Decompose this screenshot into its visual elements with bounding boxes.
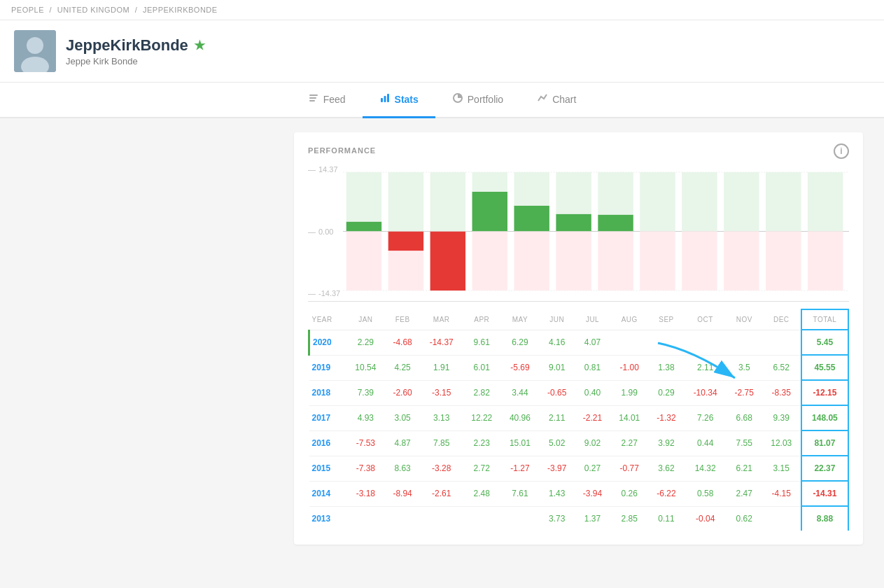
breadcrumb-user[interactable]: JEPPEKIRKBONDE (143, 6, 218, 14)
y-label-bot-dash: — (308, 289, 316, 298)
username-text: JeppeKirkBonde (66, 36, 188, 55)
svg-rect-16 (388, 232, 423, 251)
cell-nov: 0.62 (727, 506, 762, 531)
breadcrumb-uk[interactable]: UNITED KINGDOM (57, 6, 130, 14)
table-header-row: YEAR JAN FEB MAR APR MAY JUN JUL AUG SEP… (309, 309, 849, 330)
cell-jun: 4.16 (539, 330, 575, 355)
cell-oct: -10.34 (684, 380, 726, 405)
avatar (14, 30, 56, 72)
col-total: TOTAL (801, 309, 848, 330)
table-row: 20133.731.372.850.11-0.040.628.88 (309, 506, 849, 531)
col-dec: DEC (762, 309, 801, 330)
cell-sep: 0.11 (649, 506, 685, 531)
svg-rect-36 (682, 232, 717, 291)
cell-dec: 9.39 (762, 405, 801, 430)
svg-rect-38 (724, 232, 759, 291)
cell-may: 7.61 (501, 481, 540, 506)
cell-nov (727, 330, 762, 355)
cell-year[interactable]: 2013 (309, 506, 347, 531)
y-axis-labels: — 14.37 — 0.00 — -14.37 (308, 162, 339, 301)
cell-mar: 7.85 (421, 430, 463, 456)
svg-rect-28 (556, 172, 591, 214)
breadcrumb-people[interactable]: PEOPLE (11, 6, 44, 14)
breadcrumb: PEOPLE / UNITED KINGDOM / JEPPEKIRKBONDE (0, 0, 884, 20)
cell-dec (762, 330, 801, 355)
cell-total: 45.55 (801, 355, 848, 380)
stats-icon (379, 92, 391, 106)
cell-nov: 6.68 (727, 405, 762, 430)
tab-stats[interactable]: Stats (363, 83, 435, 118)
profile-name-block: JeppeKirkBonde ★ Jeppe Kirk Bonde (66, 36, 205, 66)
col-aug: AUG (610, 309, 649, 330)
svg-rect-8 (387, 94, 389, 102)
cell-total: 81.07 (801, 430, 848, 456)
svg-rect-15 (346, 232, 381, 291)
y-label-mid: — 0.00 (308, 227, 339, 236)
cell-mar: 3.13 (421, 405, 463, 430)
breadcrumb-sep-1: / (50, 6, 55, 14)
profile-header: JeppeKirkBonde ★ Jeppe Kirk Bonde (0, 20, 884, 83)
cell-apr: 2.72 (463, 456, 501, 481)
cell-nov: 3.5 (727, 355, 762, 380)
cell-year[interactable]: 2019 (309, 355, 347, 380)
col-feb: FEB (385, 309, 421, 330)
tab-stats-label: Stats (395, 94, 419, 105)
col-nov: NOV (727, 309, 762, 330)
svg-rect-24 (514, 206, 549, 232)
cell-feb (385, 506, 421, 531)
tab-chart[interactable]: Chart (520, 83, 593, 118)
cell-jun: 5.02 (539, 430, 575, 456)
cell-may: 15.01 (501, 430, 540, 456)
cell-total: 22.37 (801, 456, 848, 481)
tab-portfolio[interactable]: Portfolio (435, 83, 520, 118)
cell-sep: 1.38 (649, 355, 685, 380)
cell-jan: 10.54 (346, 355, 385, 380)
cell-mar (421, 506, 463, 531)
svg-rect-26 (514, 232, 549, 291)
cell-year[interactable]: 2017 (309, 405, 347, 430)
cell-may: 6.29 (501, 330, 540, 355)
cell-aug: -0.77 (610, 456, 649, 481)
cell-year[interactable]: 2020 (309, 330, 347, 355)
cell-mar: -3.15 (421, 380, 463, 405)
cell-total: -12.15 (801, 380, 848, 405)
performance-table: YEAR JAN FEB MAR APR MAY JUN JUL AUG SEP… (308, 309, 849, 531)
cell-jan: 7.39 (346, 380, 385, 405)
info-button[interactable]: i (834, 144, 849, 159)
cell-year[interactable]: 2018 (309, 380, 347, 405)
tab-feed[interactable]: Feed (291, 83, 363, 118)
cell-oct: -0.04 (684, 506, 726, 531)
cell-dec: -8.35 (762, 380, 801, 405)
cell-jul: 0.27 (575, 456, 610, 481)
table-row: 201910.544.251.916.01-5.699.010.81-1.001… (309, 355, 849, 380)
svg-rect-7 (384, 96, 386, 102)
cell-sep: -6.22 (649, 481, 685, 506)
table-row: 2014-3.18-8.94-2.612.487.611.43-3.940.26… (309, 481, 849, 506)
cell-feb: -8.94 (385, 481, 421, 506)
y-label-top-value: 14.37 (318, 165, 338, 174)
cell-jul: 0.40 (575, 380, 610, 405)
svg-rect-17 (388, 172, 423, 232)
cell-feb: -4.68 (385, 330, 421, 355)
cell-apr: 9.61 (463, 330, 501, 355)
cell-may (501, 506, 540, 531)
cell-year[interactable]: 2016 (309, 430, 347, 456)
svg-rect-23 (472, 232, 507, 291)
cell-jul: -2.21 (575, 405, 610, 430)
cell-total: 148.05 (801, 405, 848, 430)
svg-rect-13 (346, 222, 381, 232)
cell-oct: 14.32 (684, 456, 726, 481)
cell-aug: 14.01 (610, 405, 649, 430)
y-label-mid-dash: — (308, 227, 316, 236)
cell-may: -1.27 (501, 456, 540, 481)
svg-rect-22 (472, 172, 507, 192)
cell-year[interactable]: 2015 (309, 456, 347, 481)
cell-year[interactable]: 2014 (309, 481, 347, 506)
cell-oct: 0.58 (684, 481, 726, 506)
cell-jun: 2.11 (539, 405, 575, 430)
cell-apr (463, 506, 501, 531)
y-label-top-dash: — (308, 165, 316, 174)
table-row: 2016-7.534.877.852.2315.015.029.022.273.… (309, 430, 849, 456)
cell-aug: 0.26 (610, 481, 649, 506)
svg-rect-6 (381, 98, 383, 102)
